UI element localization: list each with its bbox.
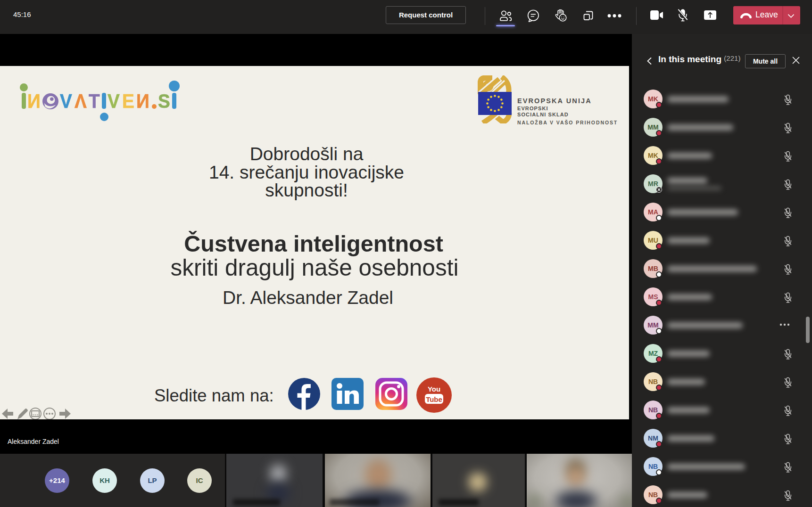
svg-text:You: You	[428, 385, 440, 393]
svg-text:Tube: Tube	[426, 395, 442, 403]
